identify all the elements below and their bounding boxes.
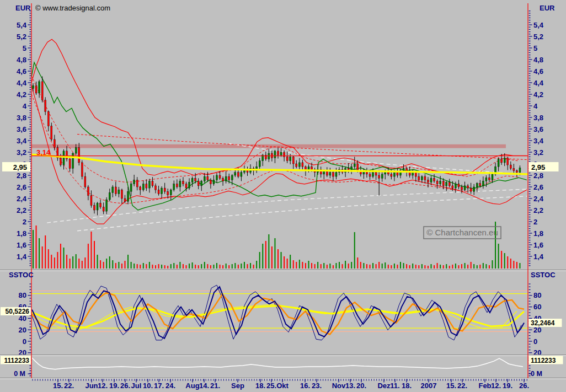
svg-text:15.: 15. (446, 382, 456, 390)
panel-frame (0, 3, 566, 379)
svg-text:4,4: 4,4 (533, 79, 544, 87)
svg-text:21.: 21. (210, 382, 220, 390)
current-price-box-left: 2,95 (2, 162, 30, 171)
svg-text:4,2: 4,2 (533, 90, 543, 99)
svg-text:3,4: 3,4 (533, 137, 544, 145)
svg-text:5,4: 5,4 (17, 21, 27, 29)
svg-text:2,4: 2,4 (533, 195, 544, 203)
svg-text:26.: 26. (519, 382, 529, 390)
svg-text:Sep: Sep (231, 382, 244, 390)
tradesignal-chart-window: 1,41,41,61,61,81,8222,22,22,42,42,62,62,… (0, 0, 566, 392)
svg-text:4,6: 4,6 (533, 67, 543, 76)
svg-text:20: 20 (19, 326, 26, 334)
volume-current-value: 1112233 (4, 357, 30, 364)
svg-text:2,6: 2,6 (17, 183, 26, 191)
price-overlays (31, 154, 528, 174)
svg-text:10.: 10. (143, 382, 153, 390)
svg-text:15.: 15. (53, 382, 63, 390)
svg-text:3,6: 3,6 (17, 125, 26, 133)
svg-text:2,8: 2,8 (17, 171, 26, 180)
svg-text:3,4: 3,4 (17, 137, 27, 145)
svg-text:2: 2 (23, 218, 26, 226)
svg-text:4: 4 (533, 102, 538, 110)
price-axis-unit-right: EUR (540, 4, 555, 12)
svg-text:5,2: 5,2 (17, 33, 26, 41)
svg-text:4: 4 (23, 102, 27, 110)
svg-text:4,6: 4,6 (17, 67, 26, 76)
sstoc-value-box-right: 32,2464 (529, 319, 562, 327)
svg-text:80: 80 (533, 291, 541, 299)
time-axis-layer: 15.22.Jun12.19.26.Jul10.17.24.Aug14.21.S… (33, 379, 529, 390)
svg-text:0: 0 (533, 337, 537, 346)
svg-text:18.: 18. (402, 382, 412, 390)
sstoc-lines-layer (25, 285, 528, 340)
svg-text:2: 2 (533, 218, 537, 226)
svg-text:2,8: 2,8 (533, 171, 543, 180)
svg-text:16.: 16. (300, 382, 310, 390)
volume-value-box-left: 1112233 (1, 356, 31, 364)
svg-text:Okt: Okt (276, 382, 289, 390)
svg-text:1,4: 1,4 (17, 253, 27, 261)
svg-text:3,8: 3,8 (17, 114, 26, 122)
sstoc-left-value: 50,5226 (6, 308, 30, 315)
svg-text:24.: 24. (165, 382, 175, 390)
current-price-value: 2,95 (13, 163, 27, 171)
svg-text:1,8: 1,8 (17, 229, 26, 238)
current-price-box-right: 2,95 (529, 162, 559, 171)
volume-zero-label-right: 0 M (531, 370, 542, 378)
svg-text:17.: 17. (154, 382, 164, 390)
svg-text:18.: 18. (255, 382, 265, 390)
chart-canvas[interactable]: 1,41,41,61,61,81,8222,22,22,42,42,62,62,… (0, 0, 566, 392)
svg-text:60: 60 (533, 303, 541, 311)
svg-text:3,8: 3,8 (533, 114, 543, 122)
volume-line-layer (32, 358, 523, 369)
svg-text:80: 80 (19, 291, 26, 299)
svg-text:Nov: Nov (332, 382, 346, 390)
volume-current-value: 1112233 (531, 357, 556, 364)
svg-text:13.: 13. (345, 382, 355, 390)
sstoc-panel-title-right: SSTOC (531, 271, 556, 279)
sstoc-value-box-left: 50,5226 (1, 307, 31, 315)
svg-text:23.: 23. (312, 382, 322, 390)
volume-value-box-right: 1112233 (529, 356, 563, 364)
svg-text:2007: 2007 (421, 382, 437, 390)
svg-text:5,4: 5,4 (533, 21, 544, 29)
svg-text:5: 5 (23, 44, 26, 52)
svg-text:Jul: Jul (131, 382, 142, 390)
svg-text:Dez: Dez (377, 382, 391, 390)
svg-text:12.: 12. (491, 382, 501, 390)
svg-text:4,8: 4,8 (533, 56, 543, 64)
chartchancen-watermark: © Chartchancen.eu (424, 227, 501, 239)
svg-text:2,6: 2,6 (533, 183, 543, 191)
svg-text:20.: 20. (356, 382, 366, 390)
svg-text:4,4: 4,4 (17, 79, 27, 87)
svg-text:2,2: 2,2 (17, 206, 26, 214)
svg-text:19.: 19. (109, 382, 119, 390)
svg-text:4,8: 4,8 (17, 56, 26, 64)
resistance-price-label: 3,14 (36, 148, 51, 157)
svg-text:14.: 14. (199, 382, 209, 390)
watermark-text: © Chartchancen.eu (426, 228, 498, 237)
svg-text:12.: 12. (98, 382, 108, 390)
svg-text:3,2: 3,2 (533, 148, 543, 157)
volume-zero-label-left: 0 M (14, 370, 25, 378)
svg-text:22.: 22. (64, 382, 74, 390)
svg-text:3,2: 3,2 (17, 148, 26, 157)
svg-text:1,6: 1,6 (17, 241, 26, 249)
svg-text:2,4: 2,4 (17, 195, 27, 203)
svg-text:1,4: 1,4 (533, 253, 544, 261)
svg-text:3,6: 3,6 (533, 125, 543, 133)
svg-text:25.: 25. (266, 382, 276, 390)
svg-text:22.: 22. (457, 382, 467, 390)
svg-text:Jun: Jun (85, 382, 98, 390)
svg-text:5: 5 (533, 44, 537, 52)
sstoc-panel-title-left: SSTOC (9, 271, 34, 279)
svg-text:26.: 26. (120, 382, 130, 390)
svg-text:Feb: Feb (478, 382, 491, 390)
generated-chart-layers: 1,41,41,61,61,81,8222,22,22,42,42,62,62,… (0, 3, 566, 390)
svg-text:19.: 19. (503, 382, 512, 390)
svg-text:5,2: 5,2 (533, 33, 543, 41)
svg-text:4,2: 4,2 (17, 90, 26, 99)
current-price-value: 2,95 (531, 163, 545, 171)
price-axis-unit-left: EUR (15, 4, 31, 12)
